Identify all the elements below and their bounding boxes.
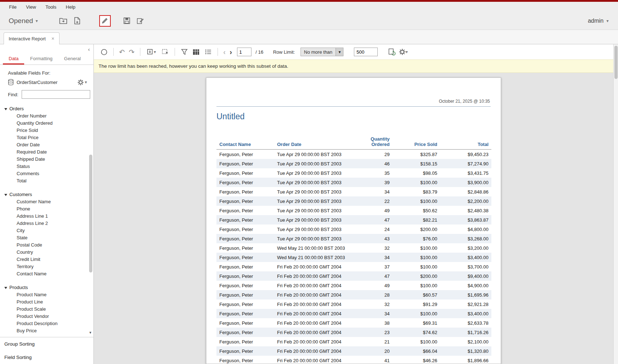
menu-item-view[interactable]: View [21,4,41,10]
field-item[interactable]: Required Date [4,148,85,156]
field-item[interactable]: Customer Name [4,198,85,205]
opened-menu-button[interactable]: Opened ▾ [9,17,38,25]
field-item[interactable]: Shipped Date [4,156,85,163]
field-item[interactable]: Contact Name [4,270,85,278]
table-row[interactable]: Ferguson, PeterTue Apr 29 00:00:00 BST 2… [216,196,491,206]
column-header[interactable]: Price Sold [393,135,440,150]
table-row[interactable]: Ferguson, PeterTue Apr 29 00:00:00 BST 2… [216,150,491,159]
list-view-button[interactable] [203,47,213,57]
field-item[interactable]: Address Line 1 [4,213,85,220]
field-item[interactable]: Order Number [4,112,85,120]
tree-scrollbar[interactable] [89,155,92,328]
save-button[interactable] [122,15,132,26]
browse-files-button[interactable] [58,15,69,26]
field-item[interactable]: Product Name [4,291,85,298]
table-row[interactable]: Ferguson, PeterTue Apr 29 00:00:00 BST 2… [216,187,491,196]
field-item[interactable]: Product Scale [4,306,85,313]
menu-item-file[interactable]: File [4,4,21,10]
table-row[interactable]: Ferguson, PeterTue Apr 29 00:00:00 BST 2… [216,215,491,225]
prev-page-button[interactable]: ‹ [222,48,227,56]
new-report-button[interactable] [72,15,83,26]
column-header[interactable]: Contact Name [216,135,274,150]
row-limit-input[interactable] [354,48,378,56]
user-menu-button[interactable]: admin ▾ [588,18,609,24]
field-group-header[interactable]: Products [4,284,85,291]
table-row[interactable]: Ferguson, PeterTue Apr 29 00:00:00 BST 2… [216,178,491,187]
table-view-button[interactable] [191,47,201,57]
table-row[interactable]: Ferguson, PeterTue Apr 29 00:00:00 BST 2… [216,225,491,234]
field-item[interactable]: Order Date [4,141,85,148]
report-settings-button[interactable]: ▾ [397,47,410,57]
datasource-settings-button[interactable]: ▾ [78,79,87,85]
field-item[interactable]: Price Sold [4,127,85,134]
table-row[interactable]: Ferguson, PeterWed May 21 00:00:00 BST 2… [216,253,491,262]
field-item[interactable]: Product Vendor [4,313,85,320]
scrollbar-thumb[interactable] [614,46,618,79]
table-row[interactable]: Ferguson, PeterFri Feb 20 00:00:00 GMT 2… [216,271,491,281]
export-button[interactable] [387,47,397,57]
field-item[interactable]: Buy Price [4,327,85,334]
page-number-input[interactable] [237,48,251,56]
field-item[interactable]: Country [4,249,85,256]
field-group-header[interactable]: Customers [4,191,85,198]
field-item[interactable]: Total [4,177,85,185]
table-row[interactable]: Ferguson, PeterTue Apr 29 00:00:00 BST 2… [216,168,491,178]
table-row[interactable]: Ferguson, PeterFri Feb 20 00:00:00 GMT 2… [216,346,491,356]
table-row[interactable]: Ferguson, PeterWed May 21 00:00:00 BST 2… [216,243,491,253]
field-item[interactable]: Status [4,163,85,170]
table-row[interactable]: Ferguson, PeterFri Feb 20 00:00:00 GMT 2… [216,299,491,309]
field-item[interactable]: Postal Code [4,241,85,249]
tab-interactive-report[interactable]: Interactive Report × [4,32,60,44]
field-item[interactable]: Quantity Ordered [4,120,85,127]
field-sorting-section[interactable]: Field Sorting [0,351,93,364]
field-item[interactable]: City [4,227,85,234]
table-row[interactable]: Ferguson, PeterFri Feb 20 00:00:00 GMT 2… [216,318,491,328]
report-page[interactable]: October 21, 2025 @ 10:35 Untitled Contac… [206,77,501,364]
save-as-button[interactable] [135,15,146,26]
redo-button[interactable]: ↷ [128,49,136,56]
select-region-button[interactable] [160,47,170,57]
tree-scroll-down-icon[interactable]: ▼ [89,331,92,334]
table-row[interactable]: Ferguson, PeterFri Feb 20 00:00:00 GMT 2… [216,262,491,271]
filter-button[interactable] [179,47,189,57]
group-sorting-section[interactable]: Group Sorting [0,337,93,351]
table-row[interactable]: Ferguson, PeterFri Feb 20 00:00:00 GMT 2… [216,356,491,364]
menu-item-help[interactable]: Help [61,4,80,10]
vertical-scrollbar[interactable] [613,44,618,364]
ellipse-tool-button[interactable] [99,47,109,57]
table-row[interactable]: Ferguson, PeterTue Apr 29 00:00:00 BST 2… [216,206,491,215]
table-row[interactable]: Ferguson, PeterFri Feb 20 00:00:00 GMT 2… [216,328,491,337]
column-header[interactable]: Order Date [274,135,356,150]
table-row[interactable]: Ferguson, PeterFri Feb 20 00:00:00 GMT 2… [216,290,491,299]
close-tab-icon[interactable]: × [52,36,54,41]
field-item[interactable]: Territory [4,263,85,270]
undo-button[interactable]: ↶ [118,49,126,56]
field-item[interactable]: Product Description [4,320,85,327]
tree-scrollbar-thumb[interactable] [89,155,92,272]
table-row[interactable]: Ferguson, PeterFri Feb 20 00:00:00 GMT 2… [216,309,491,318]
field-item[interactable]: Product Line [4,298,85,306]
tab-data[interactable]: Data [3,53,24,65]
next-page-button[interactable]: › [229,48,233,56]
table-row[interactable]: Ferguson, PeterTue Apr 29 00:00:00 BST 2… [216,159,491,168]
table-row[interactable]: Ferguson, PeterTue Apr 29 00:00:00 BST 2… [216,234,491,243]
edit-toggle-button[interactable] [99,15,111,27]
column-header[interactable]: Total [440,135,491,150]
row-limit-select[interactable]: No more than ▼ [301,48,344,56]
find-input[interactable] [22,90,90,99]
column-header[interactable]: Quantity Ordered [356,135,393,150]
field-item[interactable]: State [4,234,85,241]
field-item[interactable]: Total Price [4,134,85,141]
collapse-panel-icon[interactable]: ‹ [88,46,90,52]
field-item[interactable]: Comments [4,170,85,177]
tab-general[interactable]: General [58,53,87,65]
field-group-header[interactable]: Orders [4,105,85,112]
field-item[interactable]: Address Line 2 [4,220,85,227]
table-row[interactable]: Ferguson, PeterFri Feb 20 00:00:00 GMT 2… [216,337,491,346]
tab-formatting[interactable]: Formatting [24,53,58,65]
field-item[interactable]: Credit Limit [4,256,85,263]
insert-field-button[interactable]: ▾ [145,47,158,57]
menu-item-tools[interactable]: Tools [41,4,61,10]
report-title[interactable]: Untitled [216,112,491,121]
table-row[interactable]: Ferguson, PeterFri Feb 20 00:00:00 GMT 2… [216,281,491,290]
